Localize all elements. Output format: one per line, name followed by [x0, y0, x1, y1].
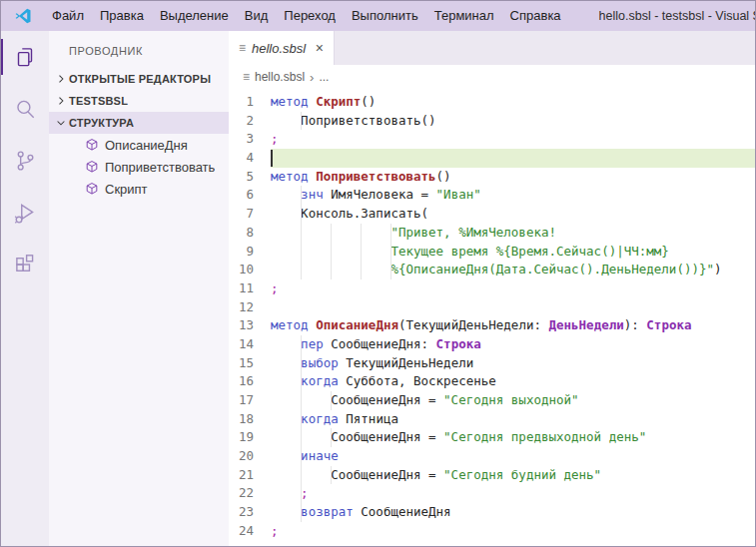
code-line: 17 СообщениеДня = "Сегодня выходной" — [229, 391, 755, 410]
code-token: ) — [714, 262, 722, 276]
tree-item-label: Поприветствовать — [105, 160, 215, 175]
titlebar: ФайлПравкаВыделениеВидПереходВыполнитьТе… — [1, 1, 755, 31]
breadcrumb-ellipsis[interactable]: ... — [319, 70, 329, 84]
code-token: Консоль.Записать( — [271, 206, 428, 221]
code-line-content[interactable]: СообщениеДня = "Сегодня предвыходной ден… — [271, 428, 755, 447]
indent-guide-line — [361, 261, 362, 279]
menubar-item[interactable]: Вид — [237, 1, 277, 31]
code-token: когда — [301, 373, 339, 388]
sidebar-section[interactable]: СТРУКТУРА — [49, 112, 229, 134]
code-line-content[interactable]: СообщениеДня = "Сегодня выходной" — [271, 391, 755, 410]
code-line-content[interactable] — [271, 149, 755, 168]
code-line-content[interactable]: возврат СообщениеДня — [271, 503, 755, 522]
tab-bar: ≡ hello.sbsl × — [229, 31, 755, 65]
code-token: возврат — [301, 504, 354, 519]
indent-guide-line — [361, 224, 362, 243]
menubar-item[interactable]: Файл — [44, 1, 92, 31]
code-line-content[interactable] — [271, 298, 755, 317]
tree-item[interactable]: ОписаниеДня — [49, 134, 229, 156]
code-token: метод — [271, 169, 309, 184]
code-line-content[interactable]: СообщениеДня = "Сегодня будний день" — [271, 466, 755, 485]
indent-guide-line — [331, 391, 332, 410]
code-line-content[interactable]: Поприветствовать() — [271, 112, 755, 131]
extensions-icon[interactable] — [1, 239, 49, 290]
code-line-content[interactable]: метод Скрипт() — [271, 93, 755, 112]
code-token: иначе — [301, 448, 339, 463]
sidebar-section-label: СТРУКТУРА — [69, 117, 134, 129]
code-line-content[interactable]: Текущее время %{Время.Сейчас()|ЧЧ:мм} — [271, 243, 755, 262]
menubar-item[interactable]: Выделение — [152, 1, 237, 31]
source-control-icon[interactable] — [1, 135, 49, 187]
menubar-item[interactable]: Правка — [92, 1, 152, 31]
code-token — [271, 411, 301, 426]
code-line: 9 Текущее время %{Время.Сейчас()|ЧЧ:мм} — [229, 243, 755, 262]
close-icon[interactable]: × — [314, 40, 326, 56]
run-debug-icon[interactable] — [1, 187, 49, 239]
breadcrumb-file[interactable]: hello.sbsl — [255, 70, 305, 84]
code-line-content[interactable]: пер СообщениеДня: Строка — [271, 335, 755, 354]
text-cursor — [271, 150, 273, 167]
code-line: 13метод ОписаниеДня(ТекущийДеньНедели: Д… — [229, 316, 755, 335]
indent-guide-line — [301, 428, 302, 447]
code-line: 2 Поприветствовать() — [229, 112, 755, 131]
sidebar-sections: ОТКРЫТЫЕ РЕДАКТОРЫTESTSBSLСТРУКТУРАОписа… — [49, 68, 229, 200]
tab-label: hello.sbsl — [252, 41, 314, 56]
indent-guide-line — [390, 261, 391, 279]
indent-guide-line — [301, 112, 302, 131]
code-token: ; — [271, 131, 279, 146]
file-icon: ≡ — [239, 41, 246, 55]
code-line-content[interactable]: когда Суббота, Воскресенье — [271, 372, 755, 391]
code-line-content[interactable]: метод ОписаниеДня(ТекущийДеньНедели: Ден… — [271, 316, 755, 335]
indent-guide-line — [361, 243, 362, 262]
code-token: %{ОписаниеДня(Дата.Сейчас().ДеньНедели()… — [390, 262, 714, 276]
symbol-cube-icon — [85, 182, 99, 196]
code-token: () — [361, 94, 376, 109]
sidebar-explorer: ПРОВОДНИК ОТКРЫТЫЕ РЕДАКТОРЫTESTSBSLСТРУ… — [49, 31, 229, 546]
tree-item[interactable]: Скрипт — [49, 178, 229, 200]
code-line-content[interactable]: ; — [271, 522, 755, 541]
code-token: Поприветствовать() — [271, 113, 436, 128]
code-token: ; — [301, 485, 309, 500]
sidebar-section[interactable]: TESTSBSL — [49, 90, 229, 112]
code-line-content[interactable]: выбор ТекущийДеньНедели — [271, 354, 755, 373]
code-line: 3; — [229, 130, 755, 149]
code-line-content[interactable]: метод Поприветствовать() — [271, 168, 755, 187]
indent-guide-line — [301, 410, 302, 429]
menubar-item[interactable]: Выполнить — [344, 1, 426, 31]
menubar-item[interactable]: Справка — [502, 1, 569, 31]
code-line: 20 иначе — [229, 447, 755, 466]
menubar-item[interactable]: Терминал — [426, 1, 502, 31]
line-number: 13 — [229, 316, 271, 335]
search-icon[interactable] — [1, 83, 49, 135]
code-line-content[interactable]: когда Пятница — [271, 410, 755, 429]
code-line-content[interactable]: иначе — [271, 447, 755, 466]
vscode-window: ФайлПравкаВыделениеВидПереходВыполнитьТе… — [0, 0, 756, 547]
line-number: 10 — [229, 261, 271, 279]
code-line: 11; — [229, 279, 755, 298]
code-line-content[interactable]: %{ОписаниеДня(Дата.Сейчас().ДеньНедели()… — [271, 261, 755, 279]
code-line-content[interactable]: "Привет, %ИмяЧеловека! — [271, 224, 755, 243]
indent-guide-line — [331, 466, 332, 485]
code-line: 23 возврат СообщениеДня — [229, 503, 755, 522]
code-line-content[interactable]: ; — [271, 484, 755, 503]
code-token: ; — [271, 280, 279, 295]
code-line-content[interactable]: ; — [271, 279, 755, 298]
code-token — [271, 448, 301, 463]
code-token: Строка — [436, 336, 481, 351]
menubar-item[interactable]: Переход — [276, 1, 344, 31]
code-line: 1метод Скрипт() — [229, 93, 755, 112]
tab-hello-sbsl[interactable]: ≡ hello.sbsl × — [229, 31, 335, 65]
files-explorer-icon[interactable] — [1, 31, 49, 83]
code-line-content[interactable]: Консоль.Записать( — [271, 205, 755, 224]
indent-guide-line — [301, 503, 302, 522]
code-line-content[interactable]: знч ИмяЧеловека = "Иван" — [271, 186, 755, 205]
line-number: 23 — [229, 503, 271, 522]
tree-item[interactable]: Поприветствовать — [49, 156, 229, 178]
code-line: 19 СообщениеДня = "Сегодня предвыходной … — [229, 428, 755, 447]
sidebar-section[interactable]: ОТКРЫТЫЕ РЕДАКТОРЫ — [49, 68, 229, 90]
chevron-right-icon — [53, 95, 69, 107]
code-line-content[interactable]: ; — [271, 130, 755, 149]
vscode-logo-icon — [14, 7, 32, 25]
code-line: 7 Консоль.Записать( — [229, 205, 755, 224]
line-number: 15 — [229, 354, 271, 373]
